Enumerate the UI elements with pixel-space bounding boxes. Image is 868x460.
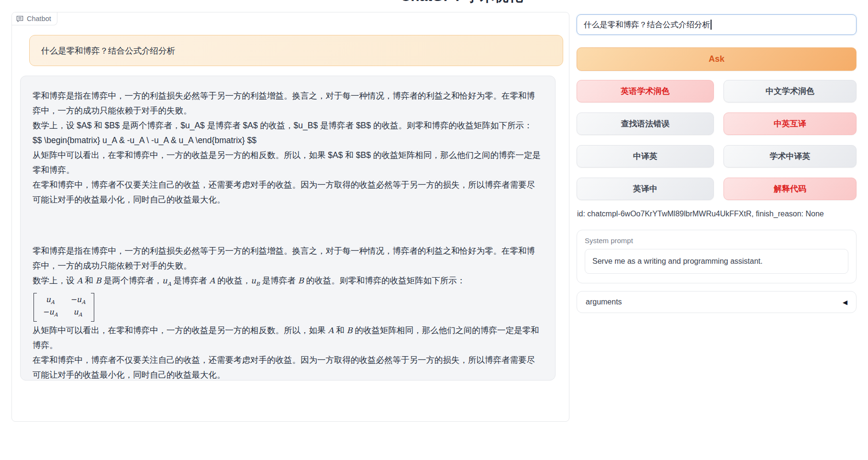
button-en-to-zh[interactable]: 英译中 — [577, 178, 714, 200]
page-title: ChatGPT 学术优化 — [0, 0, 868, 5]
arguments-accordion-header[interactable]: arguments ◀ — [577, 291, 857, 313]
button-academic-zh-to-en[interactable]: 学术中译英 — [723, 145, 857, 168]
chatbot-label: Chatbot — [12, 12, 57, 25]
bot-raw-paragraph-1: 零和博弈是指在博弈中，一方的利益损失必然等于另一方的利益增益。换言之，对于每一种… — [33, 89, 542, 118]
collapse-left-triangle-icon: ◀ — [843, 299, 847, 306]
question-input-value: 什么是零和博弈？结合公式介绍分析 — [584, 20, 710, 30]
system-prompt-value: Serve me as a writing and programming as… — [592, 257, 763, 266]
bot-message-bubble: 零和博弈是指在博弈中，一方的利益损失必然等于另一方的利益增益。换言之，对于每一种… — [20, 76, 556, 381]
matrix-right-bracket — [91, 293, 94, 322]
system-prompt-card: System prompt Serve me as a writing and … — [577, 230, 857, 283]
bot-raw-paragraph-4: 在零和博弈中，博弈者不仅要关注自己的收益，还需要考虑对手的收益。因为一方取得的收… — [33, 178, 542, 207]
button-english-academic-polish[interactable]: 英语学术润色 — [577, 80, 714, 102]
button-zh-en-mutual-translate[interactable]: 中英互译 — [723, 112, 857, 135]
completion-status: id: chatcmpl-6wOo7KrYTwMl89lbrMWRu4UkFFX… — [577, 210, 857, 218]
button-zh-to-en[interactable]: 中译英 — [577, 145, 714, 168]
bot-raw-paragraph-3: 从矩阵中可以看出，在零和博弈中，一方的收益是另一方的相反数。所以，如果 $A$ … — [33, 148, 542, 178]
user-message-text: 什么是零和博弈？结合公式介绍分析 — [41, 45, 175, 56]
bot-rendered-paragraph-3: 从矩阵中可以看出，在零和博弈中，一方的收益是另一方的相反数。所以，如果 A 和 … — [33, 323, 542, 353]
ask-button[interactable]: Ask — [577, 47, 857, 71]
chat-bubble-icon — [16, 15, 23, 22]
matrix-left-bracket — [33, 293, 37, 322]
bot-raw-paragraph-2: 数学上，设 $A$ 和 $B$ 是两个博弈者，$u_A$ 是博弈者 $A$ 的收… — [33, 118, 542, 133]
button-chinese-academic-polish[interactable]: 中文学术润色 — [723, 80, 857, 102]
system-prompt-input[interactable]: Serve me as a writing and programming as… — [585, 249, 848, 274]
bot-rendered-paragraph-4: 在零和博弈中，博弈者不仅要关注自己的收益，还需要考虑对手的收益。因为一方取得的收… — [33, 353, 542, 381]
bot-raw-latex-matrix: $$ \begin{bmatrix} u_A & -u_A \ -u_A & u… — [33, 133, 542, 148]
matrix-cells: uA−uA−uAuA — [37, 293, 91, 322]
function-button-grid: 英语学术润色 中文学术润色 查找语法错误 中英互译 中译英 学术中译英 英译中 … — [577, 80, 857, 200]
chatbot-label-text: Chatbot — [27, 15, 51, 22]
user-message-bubble: 什么是零和博弈？结合公式介绍分析 — [29, 35, 563, 66]
arguments-accordion-label: arguments — [586, 298, 622, 306]
text-cursor — [711, 20, 712, 30]
button-find-grammar-errors[interactable]: 查找语法错误 — [577, 112, 714, 135]
bot-rendered-paragraph-2: 数学上，设 A 和 B 是两个博弈者，uA 是博弈者 A 的收益，uB 是博弈者… — [33, 273, 542, 292]
bot-rendered-paragraph-1: 零和博弈是指在博弈中，一方的利益损失必然等于另一方的利益增益。换言之，对于每一种… — [33, 244, 542, 273]
button-explain-code[interactable]: 解释代码 — [723, 178, 857, 200]
bot-message-gap — [33, 207, 542, 244]
question-input[interactable]: 什么是零和博弈？结合公式介绍分析 — [577, 14, 857, 35]
chatbot-panel: Chatbot 什么是零和博弈？结合公式介绍分析 零和博弈是指在博弈中，一方的利… — [11, 12, 569, 422]
system-prompt-label: System prompt — [585, 236, 848, 245]
rendered-matrix: uA−uA−uAuA — [33, 292, 542, 323]
app-root: ChatGPT 学术优化 Chatbot 什么是零和博弈？结合公式介绍分析 零和… — [0, 0, 868, 460]
